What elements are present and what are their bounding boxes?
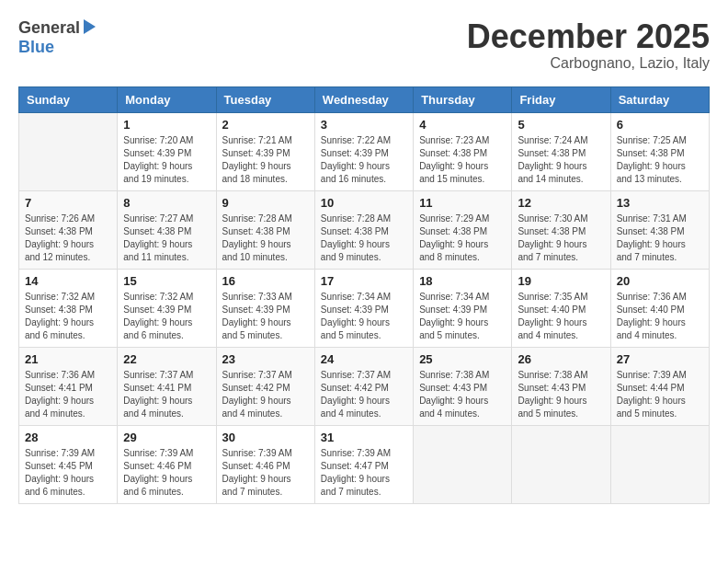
- day-info: Sunrise: 7:22 AM Sunset: 4:39 PM Dayligh…: [321, 134, 407, 186]
- calendar-cell: 7Sunrise: 7:26 AM Sunset: 4:38 PM Daylig…: [19, 190, 118, 269]
- calendar-cell: 8Sunrise: 7:27 AM Sunset: 4:38 PM Daylig…: [118, 190, 216, 269]
- calendar-cell: 4Sunrise: 7:23 AM Sunset: 4:38 PM Daylig…: [414, 112, 512, 190]
- day-info: Sunrise: 7:29 AM Sunset: 4:38 PM Dayligh…: [419, 213, 506, 264]
- day-number: 15: [123, 274, 210, 288]
- day-number: 3: [321, 118, 407, 132]
- day-number: 5: [518, 118, 604, 132]
- day-info: Sunrise: 7:39 AM Sunset: 4:44 PM Dayligh…: [617, 369, 703, 420]
- calendar-cell: 23Sunrise: 7:37 AM Sunset: 4:42 PM Dayli…: [216, 347, 314, 425]
- day-number: 27: [617, 352, 703, 366]
- day-info: Sunrise: 7:39 AM Sunset: 4:45 PM Dayligh…: [25, 447, 111, 499]
- day-number: 16: [222, 274, 309, 288]
- col-friday: Friday: [512, 86, 610, 112]
- title-section: December 2025 Carbognano, Lazio, Italy: [467, 18, 710, 72]
- col-saturday: Saturday: [610, 86, 709, 112]
- calendar-cell: [610, 425, 709, 503]
- logo-arrow-icon: [84, 19, 96, 34]
- calendar-cell: 29Sunrise: 7:39 AM Sunset: 4:46 PM Dayli…: [118, 425, 216, 503]
- calendar-cell: 14Sunrise: 7:32 AM Sunset: 4:38 PM Dayli…: [19, 269, 118, 347]
- day-number: 25: [419, 352, 506, 366]
- day-number: 9: [222, 196, 309, 210]
- day-number: 1: [123, 118, 210, 132]
- day-number: 29: [123, 431, 210, 444]
- day-info: Sunrise: 7:34 AM Sunset: 4:39 PM Dayligh…: [419, 291, 506, 342]
- calendar-cell: 13Sunrise: 7:31 AM Sunset: 4:38 PM Dayli…: [610, 190, 709, 269]
- day-number: 14: [25, 274, 111, 288]
- day-info: Sunrise: 7:26 AM Sunset: 4:38 PM Dayligh…: [25, 213, 111, 264]
- day-number: 13: [617, 196, 703, 210]
- calendar-cell: 6Sunrise: 7:25 AM Sunset: 4:38 PM Daylig…: [610, 112, 709, 190]
- day-info: Sunrise: 7:39 AM Sunset: 4:47 PM Dayligh…: [321, 447, 407, 499]
- logo: General Blue: [18, 18, 96, 56]
- calendar-header-row: Sunday Monday Tuesday Wednesday Thursday…: [19, 86, 710, 112]
- calendar-week-row: 14Sunrise: 7:32 AM Sunset: 4:38 PM Dayli…: [19, 269, 710, 347]
- day-number: 17: [321, 274, 407, 288]
- day-number: 2: [222, 118, 309, 132]
- day-number: 31: [321, 431, 407, 444]
- col-thursday: Thursday: [414, 86, 512, 112]
- calendar-cell: 3Sunrise: 7:22 AM Sunset: 4:39 PM Daylig…: [314, 112, 413, 190]
- calendar-week-row: 1Sunrise: 7:20 AM Sunset: 4:39 PM Daylig…: [19, 112, 710, 190]
- calendar-cell: [19, 112, 118, 190]
- calendar-cell: 2Sunrise: 7:21 AM Sunset: 4:39 PM Daylig…: [216, 112, 314, 190]
- day-number: 24: [321, 352, 407, 366]
- calendar-cell: 15Sunrise: 7:32 AM Sunset: 4:39 PM Dayli…: [118, 269, 216, 347]
- calendar-cell: 22Sunrise: 7:37 AM Sunset: 4:41 PM Dayli…: [118, 347, 216, 425]
- day-info: Sunrise: 7:31 AM Sunset: 4:38 PM Dayligh…: [617, 213, 703, 264]
- day-number: 22: [123, 352, 210, 366]
- day-number: 4: [419, 118, 506, 132]
- day-number: 10: [321, 196, 407, 210]
- day-number: 19: [518, 274, 604, 288]
- calendar-cell: 28Sunrise: 7:39 AM Sunset: 4:45 PM Dayli…: [19, 425, 118, 503]
- day-number: 21: [25, 352, 111, 366]
- col-monday: Monday: [118, 86, 216, 112]
- calendar-week-row: 28Sunrise: 7:39 AM Sunset: 4:45 PM Dayli…: [19, 425, 710, 503]
- location-text: Carbognano, Lazio, Italy: [467, 55, 710, 72]
- day-info: Sunrise: 7:25 AM Sunset: 4:38 PM Dayligh…: [617, 134, 703, 186]
- calendar-cell: 10Sunrise: 7:28 AM Sunset: 4:38 PM Dayli…: [314, 190, 413, 269]
- col-sunday: Sunday: [19, 86, 118, 112]
- day-info: Sunrise: 7:38 AM Sunset: 4:43 PM Dayligh…: [518, 369, 604, 420]
- day-number: 28: [25, 431, 111, 444]
- day-info: Sunrise: 7:36 AM Sunset: 4:40 PM Dayligh…: [617, 291, 703, 342]
- day-info: Sunrise: 7:35 AM Sunset: 4:40 PM Dayligh…: [518, 291, 604, 342]
- day-info: Sunrise: 7:34 AM Sunset: 4:39 PM Dayligh…: [321, 291, 407, 342]
- day-number: 20: [617, 274, 703, 288]
- day-info: Sunrise: 7:37 AM Sunset: 4:41 PM Dayligh…: [123, 369, 210, 420]
- day-info: Sunrise: 7:20 AM Sunset: 4:39 PM Dayligh…: [123, 134, 210, 186]
- calendar-cell: 19Sunrise: 7:35 AM Sunset: 4:40 PM Dayli…: [512, 269, 610, 347]
- day-info: Sunrise: 7:39 AM Sunset: 4:46 PM Dayligh…: [222, 447, 309, 499]
- calendar-cell: [414, 425, 512, 503]
- calendar-week-row: 7Sunrise: 7:26 AM Sunset: 4:38 PM Daylig…: [19, 190, 710, 269]
- calendar-table: Sunday Monday Tuesday Wednesday Thursday…: [18, 86, 710, 504]
- day-info: Sunrise: 7:32 AM Sunset: 4:38 PM Dayligh…: [25, 291, 111, 342]
- day-info: Sunrise: 7:28 AM Sunset: 4:38 PM Dayligh…: [222, 213, 309, 264]
- day-info: Sunrise: 7:23 AM Sunset: 4:38 PM Dayligh…: [419, 134, 506, 186]
- day-info: Sunrise: 7:37 AM Sunset: 4:42 PM Dayligh…: [321, 369, 407, 420]
- logo-general-text: General: [18, 18, 80, 38]
- day-number: 26: [518, 352, 604, 366]
- day-info: Sunrise: 7:36 AM Sunset: 4:41 PM Dayligh…: [25, 369, 111, 420]
- day-info: Sunrise: 7:37 AM Sunset: 4:42 PM Dayligh…: [222, 369, 309, 420]
- day-info: Sunrise: 7:21 AM Sunset: 4:39 PM Dayligh…: [222, 134, 309, 186]
- calendar-cell: 18Sunrise: 7:34 AM Sunset: 4:39 PM Dayli…: [414, 269, 512, 347]
- day-number: 6: [617, 118, 703, 132]
- calendar-week-row: 21Sunrise: 7:36 AM Sunset: 4:41 PM Dayli…: [19, 347, 710, 425]
- day-info: Sunrise: 7:27 AM Sunset: 4:38 PM Dayligh…: [123, 213, 210, 264]
- day-info: Sunrise: 7:24 AM Sunset: 4:38 PM Dayligh…: [518, 134, 604, 186]
- day-number: 30: [222, 431, 309, 444]
- day-number: 18: [419, 274, 506, 288]
- calendar-cell: 27Sunrise: 7:39 AM Sunset: 4:44 PM Dayli…: [610, 347, 709, 425]
- month-title: December 2025: [467, 18, 710, 55]
- calendar-cell: [512, 425, 610, 503]
- logo-blue-text: Blue: [18, 38, 96, 57]
- calendar-cell: 26Sunrise: 7:38 AM Sunset: 4:43 PM Dayli…: [512, 347, 610, 425]
- calendar-cell: 5Sunrise: 7:24 AM Sunset: 4:38 PM Daylig…: [512, 112, 610, 190]
- calendar-cell: 12Sunrise: 7:30 AM Sunset: 4:38 PM Dayli…: [512, 190, 610, 269]
- day-info: Sunrise: 7:28 AM Sunset: 4:38 PM Dayligh…: [321, 213, 407, 264]
- day-info: Sunrise: 7:39 AM Sunset: 4:46 PM Dayligh…: [123, 447, 210, 499]
- day-number: 23: [222, 352, 309, 366]
- day-number: 8: [123, 196, 210, 210]
- day-info: Sunrise: 7:30 AM Sunset: 4:38 PM Dayligh…: [518, 213, 604, 264]
- page-header: General Blue December 2025 Carbognano, L…: [18, 18, 710, 72]
